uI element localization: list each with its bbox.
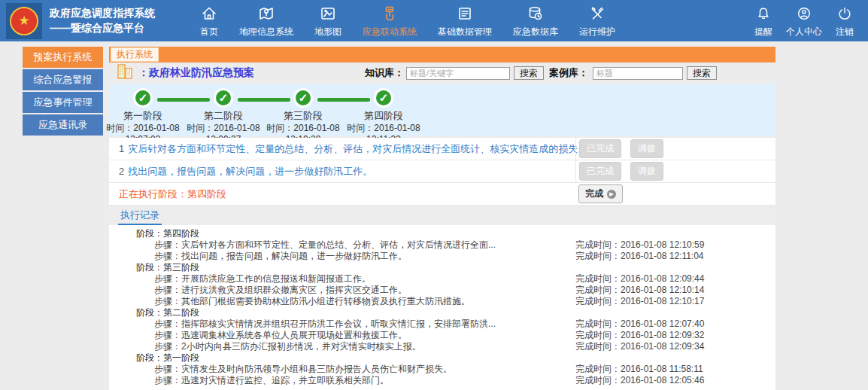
tab-execution-system[interactable]: 执行系统: [111, 47, 159, 62]
nav-item-gis[interactable]: 地理信息系统: [229, 4, 304, 38]
record-step-text: 步骤：灾后针对各方面和环节定性、定量的总结、分析、评估，对灾后情况进行全面...: [154, 239, 496, 250]
record-step: 步骤：开展防洪应急工作的信息报送和新闻报道工作。 完成时间：2016-01-08…: [109, 273, 775, 285]
record-stage: 阶段：第三阶段: [109, 262, 775, 273]
current-stage-row: 正在执行阶段：第四阶段 完成 ▶: [109, 183, 775, 206]
nav-label: 运行维护: [579, 26, 615, 38]
nav-item-emergency-database[interactable]: 应急数据库: [502, 4, 569, 38]
check-circle-icon: ✓: [214, 88, 233, 108]
record-step-text: 步骤：迅速对灾情进行监控、追踪，并立即联系相关部门。: [154, 375, 389, 385]
nav-item-basic-data[interactable]: 基础数据管理: [427, 4, 502, 38]
record-step-time: 完成时间：2016-01-08 12:10:14: [575, 285, 704, 296]
record-step: 步骤：迅速调集林业系统各单位人员展开现场处置和救援工作。 完成时间：2016-0…: [109, 330, 775, 341]
record-step-time: 完成时间：2016-01-08 11:58:11: [575, 364, 703, 375]
logout-label: 注销: [836, 26, 854, 38]
record-stage: 阶段：第二阶段: [109, 307, 775, 318]
execution-record-list: 阶段：第四阶段 步骤：灾后针对各方面和环节定性、定量的总结、分析、评估，对灾后情…: [109, 225, 775, 390]
map-pin-icon: [258, 4, 275, 23]
record-step-text: 步骤：找出问题，报告问题，解决问题，进一步做好防汛工作。: [154, 251, 407, 261]
task-row-1: 1 灾后针对各方面和环节定性、定量的总结、分析、评估，对灾后情况进行全面统计、核…: [109, 138, 775, 160]
app-logo: ★: [6, 3, 42, 39]
nav-label: 地理信息系统: [239, 26, 293, 38]
record-step: 步骤：指挥部核实灾情情况并组织召开防洪工作会议，听取灾情汇报，安排部署防洪...…: [109, 318, 775, 330]
finish-button-label: 完成: [585, 187, 603, 200]
finish-button[interactable]: 完成 ▶: [578, 184, 623, 203]
news-document-icon: [457, 4, 473, 23]
record-step-text: 步骤：灾情发生及时向防汛领导小组和县三防办报告人员伤亡和财产损失。: [154, 364, 452, 374]
stage-progress: ✓ 第一阶段 时间：2016-01-08 12:07:03 ✓ 第二阶段 时间：…: [109, 84, 775, 136]
stage-time-date: 时间：2016-01-08: [335, 123, 432, 134]
record-stage: 阶段：第一阶段: [109, 352, 775, 364]
power-icon: [837, 4, 852, 23]
main-panel: 执行系统 ：政府林业防汛应急预案 知识库： 搜索 案例库： 搜索: [109, 47, 775, 390]
check-circle-icon: ✓: [374, 88, 393, 108]
sidebar: 预案执行系统 综合应急警报 应急事件管理 应急通讯录: [23, 47, 103, 137]
top-bar-right: 提醒 个人中心 注销: [748, 4, 860, 38]
record-step: 步骤：进行抗洪救灾及组织群众撤离灾区，指挥灾区交通工作。 完成时间：2016-0…: [109, 285, 775, 296]
sidebar-item-contact-book[interactable]: 应急通讯录: [23, 114, 103, 136]
completed-button[interactable]: 已完成: [579, 162, 621, 181]
record-step-time: 完成时间：2016-01-08 12:09:34: [575, 341, 704, 352]
nav-item-emergency-linkage[interactable]: 应急联动系统: [352, 4, 427, 38]
knowledge-search-button[interactable]: 搜索: [514, 66, 544, 80]
terrain-map-icon: [320, 4, 336, 23]
sidebar-item-event-management[interactable]: 应急事件管理: [23, 92, 103, 113]
app-title: 政府应急调度指挥系统 ——暨综合应急平台: [50, 6, 155, 35]
plan-title-row: ：政府林业防汛应急预案 知识库： 搜索 案例库： 搜索: [109, 62, 775, 84]
record-step-time: 完成时间：2016-01-08 12:09:32: [575, 330, 704, 341]
transfer-button[interactable]: 调拨: [630, 139, 663, 158]
top-bar: ★ 政府应急调度指挥系统 ——暨综合应急平台 首页 地理信息系统 地形图: [0, 0, 868, 41]
record-step-text: 步骤：指挥部核实灾情情况并组织召开防洪工作会议，听取灾情汇报，安排部署防洪...: [154, 318, 496, 329]
task-text: 找出问题，报告问题，解决问题，进一步做好防汛工作。: [128, 165, 372, 178]
task-row-2: 2 找出问题，报告问题，解决问题，进一步做好防汛工作。 已完成 调拨: [109, 160, 775, 183]
nav-item-ops-maintenance[interactable]: 运行维护: [569, 4, 626, 38]
record-step: 步骤：2小时内向县三防办汇报初步情况，并对灾情实时核实上报。 完成时间：2016…: [109, 341, 775, 352]
current-stage-text: 正在执行阶段：第四阶段: [119, 187, 226, 201]
case-search-input[interactable]: [593, 67, 683, 80]
notifications-button[interactable]: 提醒: [748, 4, 779, 38]
user-center-label: 个人中心: [786, 26, 822, 38]
check-circle-icon: ✓: [133, 88, 153, 108]
completed-button[interactable]: 已完成: [579, 139, 621, 158]
page-layout: 预案执行系统 综合应急警报 应急事件管理 应急通讯录 执行系统 ：政府林业防汛应…: [0, 41, 868, 390]
nav-label: 地形图: [314, 26, 341, 38]
task-number: 1: [119, 143, 124, 154]
person-icon: [797, 4, 812, 23]
plan-title: ：政府林业防汛应急预案: [138, 66, 254, 80]
logout-button[interactable]: 注销: [829, 4, 860, 38]
stage-step-4: ✓ 第四阶段 时间：2016-01-08 12:11:33: [335, 88, 432, 145]
record-step: 步骤：灾后针对各方面和环节定性、定量的总结、分析、评估，对灾后情况进行全面...…: [109, 239, 775, 251]
knowledge-search-input[interactable]: [406, 67, 510, 80]
bell-icon: [756, 4, 771, 23]
notifications-label: 提醒: [754, 26, 772, 38]
record-step: 步骤：灾情发生及时向防汛领导小组和县三防办报告人员伤亡和财产损失。 完成时间：2…: [109, 364, 775, 375]
user-center-button[interactable]: 个人中心: [779, 4, 829, 38]
record-step-text: 步骤：开展防洪应急工作的信息报送和新闻报道工作。: [154, 273, 371, 284]
transfer-button[interactable]: 调拨: [630, 162, 663, 181]
record-stage: 阶段：第四阶段: [109, 228, 775, 239]
check-circle-icon: ✓: [293, 88, 313, 108]
sidebar-item-comprehensive-alert[interactable]: 综合应急警报: [23, 69, 103, 90]
nav-label: 应急联动系统: [363, 26, 417, 38]
execution-record-tab[interactable]: 执行记录: [118, 209, 162, 225]
nav-item-home[interactable]: 首页: [190, 4, 229, 38]
record-step-text: 步骤：2小时内向县三防办汇报初步情况，并对灾情实时核实上报。: [154, 341, 421, 352]
record-step-time: 完成时间：2016-01-08 12:10:59: [575, 239, 704, 251]
play-icon: ▶: [607, 190, 616, 199]
record-step: 步骤：其他部门根据需要协助林业防汛小组进行转移物资及执行重大防汛措施。 完成时间…: [109, 296, 775, 307]
record-step: 步骤：找出问题，报告问题，解决问题，进一步做好防汛工作。 完成时间：2016-0…: [109, 251, 775, 262]
buildings-icon: [117, 63, 135, 83]
sidebar-item-plan-execution[interactable]: 预案执行系统: [23, 47, 103, 68]
nav-item-terrain-map[interactable]: 地形图: [304, 4, 352, 38]
sos-hand-icon: [381, 4, 398, 23]
database-icon: [527, 4, 544, 23]
record-step-time: 完成时间：2016-01-08 12:11:04: [575, 251, 704, 262]
record-step-time: 完成时间：2016-01-08 12:10:17: [575, 296, 704, 307]
nav-label: 首页: [200, 26, 218, 38]
app-title-line1: 政府应急调度指挥系统: [50, 6, 155, 21]
case-search-button[interactable]: 搜索: [687, 66, 717, 80]
record-step-time: 完成时间：2016-01-08 12:07:40: [575, 318, 704, 330]
execution-record-header: 执行记录: [109, 210, 775, 225]
case-base-label: 案例库：: [549, 66, 588, 80]
record-step-text: 步骤：其他部门根据需要协助林业防汛小组进行转移物资及执行重大防汛措施。: [154, 296, 470, 306]
current-stage-actions: 完成 ▶: [575, 183, 775, 205]
